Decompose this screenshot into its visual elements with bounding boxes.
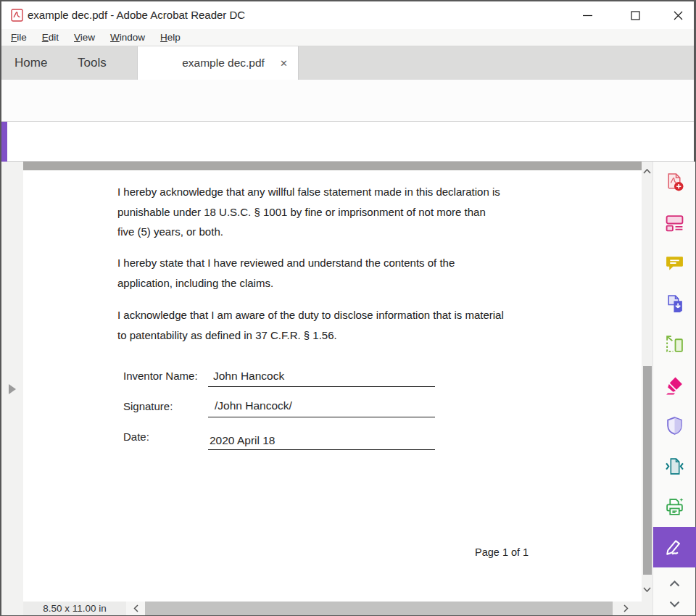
tab-bar: Home Tools example dec.pdf ✕ ? Sign In [1, 46, 694, 80]
signature-label: Signature: [123, 400, 173, 412]
paragraph-3: I acknowledge that I am aware of the dut… [117, 305, 504, 345]
paragraph-2: I hereby state that I have reviewed and … [117, 253, 455, 293]
compress-pdf-icon [665, 457, 684, 476]
date-label: Date: [123, 430, 149, 443]
protect-shield-icon [665, 416, 684, 436]
menu-view[interactable]: View [72, 30, 97, 44]
paragraph-line: I hereby acknowledge that any willful fa… [117, 182, 500, 202]
signature-underline [208, 417, 435, 417]
chevron-right-icon [624, 604, 629, 612]
expand-panel-arrow[interactable] [9, 384, 16, 394]
scroll-left-button[interactable] [126, 602, 145, 615]
chevron-up-icon [669, 580, 680, 587]
bottom-status-bar: 8.50 x 11.00 in [1, 602, 642, 615]
title-bar: example dec.pdf - Adobe Acrobat Reader D… [1, 1, 694, 29]
page-footer: Page 1 of 1 [475, 546, 529, 558]
create-pdf-tool[interactable] [653, 162, 696, 202]
tab-document-label: example dec.pdf [171, 57, 276, 70]
organize-pages-icon [665, 335, 684, 354]
menu-window[interactable]: Window [108, 30, 147, 44]
menu-file[interactable]: File [9, 30, 29, 44]
redact-tool[interactable] [653, 365, 696, 405]
bottom-left-corner [1, 602, 23, 615]
paragraph-1: I hereby acknowledge that any willful fa… [117, 182, 500, 242]
inventor-name-label: Inventor Name: [123, 370, 198, 382]
export-pdf-tool[interactable] [653, 283, 696, 324]
chevron-down-icon [643, 587, 651, 592]
comment-icon [665, 254, 684, 273]
acrobat-pdf-logo-icon [11, 9, 23, 22]
scan-ocr-tool[interactable] [653, 486, 696, 527]
protect-tool[interactable] [653, 405, 696, 446]
date-underline [208, 449, 435, 450]
sidebar-scroll-down-button[interactable] [653, 595, 696, 612]
close-window-button[interactable] [666, 4, 690, 26]
edit-pdf-tool[interactable] [653, 202, 696, 243]
export-pdf-icon [665, 294, 684, 314]
comment-tool[interactable] [653, 243, 696, 283]
scroll-right-button[interactable] [616, 602, 635, 615]
scroll-down-button[interactable] [642, 583, 652, 595]
create-pdf-icon [665, 172, 684, 192]
horizontal-scrollbar-thumb[interactable] [145, 602, 613, 615]
paragraph-line: I hereby state that I have reviewed and … [117, 253, 455, 273]
tab-tools[interactable]: Tools [78, 46, 107, 80]
page-size-label: 8.50 x 11.00 in [23, 602, 126, 615]
paragraph-line: five (5) years, or both. [117, 222, 500, 242]
fill-sign-toolbar: Fill & Sign Ab [1, 122, 694, 162]
tab-document[interactable]: example dec.pdf ✕ [137, 46, 299, 80]
chevron-left-icon [133, 604, 138, 612]
scan-ocr-icon [665, 497, 684, 517]
minimize-button[interactable] [575, 4, 600, 26]
tab-home[interactable]: Home [14, 46, 47, 80]
edit-pdf-icon [665, 213, 684, 233]
chevron-down-icon [669, 601, 680, 607]
paragraph-line: application, including the claims. [117, 273, 455, 294]
fill-sign-accent-strip [1, 122, 7, 162]
menu-bar: File Edit View Window Help [1, 29, 694, 46]
inventor-name-value[interactable]: John Hancock [213, 370, 284, 383]
tab-close-icon[interactable]: ✕ [280, 58, 288, 69]
paragraph-line: I acknowledge that I am aware of the dut… [117, 305, 504, 325]
paragraph-line: punishable under 18 U.S.C. § 1001 by fin… [117, 202, 500, 222]
left-panel-rail [1, 162, 23, 602]
date-value[interactable]: 2020 April 18 [210, 434, 276, 447]
window-title: example dec.pdf - Adobe Acrobat Reader D… [28, 9, 245, 21]
chevron-up-icon [643, 169, 651, 174]
organize-pages-tool[interactable] [653, 324, 696, 365]
close-icon [674, 11, 683, 20]
main-toolbar: 1 / 1 75% Share [1, 80, 694, 122]
menu-help[interactable]: Help [158, 30, 183, 44]
fill-sign-tool[interactable] [653, 527, 696, 567]
compress-pdf-tool[interactable] [653, 446, 696, 486]
signature-value[interactable]: /John Hancock/ [215, 399, 292, 412]
inventor-name-underline [208, 386, 435, 387]
maximize-icon [631, 11, 640, 20]
tools-sidebar [652, 162, 695, 615]
scroll-up-button[interactable] [642, 165, 652, 177]
acrobat-window: example dec.pdf - Adobe Acrobat Reader D… [0, 0, 696, 616]
fill-sign-icon [665, 537, 685, 557]
paragraph-line: to patentability as defined in 37 C.F.R.… [117, 325, 504, 346]
redact-marker-icon [665, 375, 684, 395]
maximize-button[interactable] [623, 4, 647, 26]
vertical-scrollbar-thumb[interactable] [643, 366, 652, 575]
menu-edit[interactable]: Edit [40, 30, 61, 44]
minimize-icon [583, 11, 592, 20]
sidebar-scroll-up-button[interactable] [653, 575, 696, 592]
pdf-page: I hereby acknowledge that any willful fa… [23, 170, 642, 602]
